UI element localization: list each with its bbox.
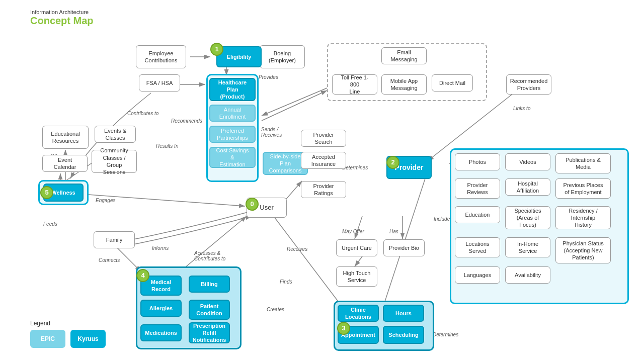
node-high-touch: High TouchService bbox=[336, 266, 377, 287]
label-provides: Provides bbox=[259, 74, 278, 80]
badge-4: 4 bbox=[136, 269, 149, 282]
badge-3: 3 bbox=[337, 322, 350, 335]
badge-5: 5 bbox=[40, 186, 53, 199]
node-mobile-app: Mobile AppMessaging bbox=[381, 74, 427, 95]
label-recommends: Recommends bbox=[171, 118, 202, 124]
node-urgent-care: Urgent Care bbox=[336, 239, 377, 256]
label-creates: Creates bbox=[267, 307, 284, 312]
legend-kyruus: Kyruus bbox=[70, 330, 106, 348]
svg-line-11 bbox=[272, 214, 342, 307]
badge-2: 2 bbox=[386, 156, 399, 169]
label-links-to: Links to bbox=[513, 106, 530, 111]
svg-line-21 bbox=[355, 256, 362, 266]
legend: Legend EPIC Kyruus bbox=[30, 320, 106, 348]
node-education: Education bbox=[455, 206, 500, 223]
label-has: Has bbox=[389, 229, 398, 234]
node-employee-contributions: EmployeeContributions bbox=[136, 45, 186, 68]
legend-title: Legend bbox=[30, 320, 106, 327]
node-fsa-hsa: FSA / HSA bbox=[139, 74, 180, 92]
node-videos: Videos bbox=[505, 153, 550, 170]
label-accesses: Accesses &Contributes to bbox=[194, 250, 225, 261]
label-finds: Finds bbox=[280, 279, 292, 285]
legend-epic: EPIC bbox=[30, 330, 65, 348]
node-in-home: In-HomeService bbox=[505, 237, 550, 257]
svg-line-17 bbox=[262, 90, 327, 121]
node-preferred-partnerships: PreferredPartnerships bbox=[209, 126, 256, 143]
node-event-calendar: Event Calendar bbox=[42, 155, 88, 172]
legend-items: EPIC Kyruus bbox=[30, 330, 106, 348]
label-engages: Engages bbox=[96, 198, 115, 203]
node-provider-search: Provider Search bbox=[301, 130, 346, 147]
label-contributes: Contributes to bbox=[127, 111, 158, 116]
node-billing: Billing bbox=[189, 276, 230, 293]
header-subtitle: Information Architecture bbox=[30, 9, 94, 15]
label-results-in: Results In bbox=[156, 143, 178, 149]
node-residency: Residency /InternshipHistory bbox=[555, 206, 611, 229]
node-hours: Hours bbox=[383, 305, 424, 322]
diagram-container: Information Architecture Concept Map bbox=[0, 0, 644, 362]
node-provider-bio: Provider Bio bbox=[383, 239, 425, 256]
node-educational-resources: EducationalResources bbox=[42, 126, 89, 149]
node-prev-places: Previous Placesof Employment bbox=[555, 178, 611, 199]
node-scheduling: Scheduling bbox=[383, 326, 424, 344]
node-toll-free: Toll Free 1-800Line bbox=[332, 74, 377, 95]
node-events-classes: Events &Classes bbox=[95, 126, 136, 143]
node-clinic-locations: Clinic Locations bbox=[338, 305, 379, 322]
node-healthcare-plan: Healthcare Plan(Product) bbox=[209, 78, 256, 101]
node-photos: Photos bbox=[455, 153, 500, 170]
node-cost-savings: Cost Savings &Estimation bbox=[209, 147, 256, 168]
header: Information Architecture Concept Map bbox=[30, 9, 94, 27]
node-recommended-providers: RecommendedProviders bbox=[506, 74, 551, 95]
node-publications: Publications &Media bbox=[555, 153, 611, 173]
node-availability: Availability bbox=[505, 266, 550, 284]
label-determines2: Determines bbox=[433, 332, 458, 337]
node-boeing: Boeing(Employer) bbox=[260, 45, 305, 68]
node-direct-mail: Direct Mail bbox=[432, 74, 473, 92]
node-prescription: PrescriptionRefillNotifications bbox=[189, 322, 230, 343]
svg-line-19 bbox=[355, 216, 362, 239]
node-provider-ratings: ProviderRatings bbox=[301, 181, 346, 198]
node-family: Family bbox=[94, 231, 135, 248]
badge-1: 1 bbox=[210, 43, 223, 56]
node-patient-condition: PatientCondition bbox=[189, 300, 230, 320]
header-title: Concept Map bbox=[30, 15, 94, 27]
node-hospital-affiliation: HospitalAffiliation bbox=[505, 178, 550, 196]
node-provider-reviews: ProviderReviews bbox=[455, 178, 500, 199]
node-accepted-insurance: AcceptedInsurance bbox=[301, 152, 346, 169]
label-connects: Connects bbox=[99, 257, 120, 263]
node-locations-served: LocationsServed bbox=[455, 237, 500, 257]
label-receives: Receives bbox=[287, 246, 307, 252]
node-allergies: Allergies bbox=[140, 300, 182, 317]
label-sends-receives: Sends /Receives bbox=[261, 127, 282, 138]
badge-0: 0 bbox=[246, 198, 259, 211]
node-specialties: Specialties(Areas of Focus) bbox=[505, 206, 550, 229]
node-community-classes: CommunityClasses / GroupSessions bbox=[92, 150, 137, 173]
node-email-messaging: EmailMessaging bbox=[381, 47, 427, 64]
label-feeds: Feeds bbox=[43, 221, 57, 227]
node-physician-status: Physician Status(Accepting NewPatients) bbox=[555, 237, 611, 263]
label-may-offer: May Offer bbox=[342, 229, 364, 234]
label-informs: Informs bbox=[152, 245, 169, 251]
svg-line-16 bbox=[262, 88, 327, 116]
node-languages: Languages bbox=[455, 266, 500, 284]
node-annual-enrollment: AnnualEnrollment bbox=[209, 105, 256, 122]
node-medications: Medications bbox=[140, 324, 182, 341]
